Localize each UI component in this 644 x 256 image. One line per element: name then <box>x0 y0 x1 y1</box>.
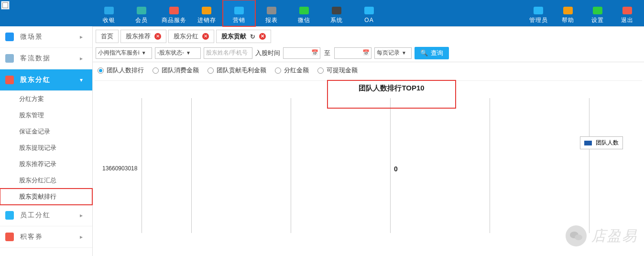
settings-icon <box>591 5 604 16</box>
sidebar-sub-股东推荐记录[interactable]: 股东推荐记录 <box>0 156 92 172</box>
tab-首页[interactable]: 首页 <box>96 30 119 43</box>
radio-可提现金额[interactable]: 可提现金额 <box>317 66 358 75</box>
sidebar-sub-股东管理[interactable]: 股东管理 <box>0 107 92 123</box>
calendar-icon[interactable]: 📅 <box>362 49 370 56</box>
goods-icon <box>168 5 180 16</box>
chevron-right-icon: ▸ <box>80 234 83 240</box>
sidebar-sub-分红方案[interactable]: 分红方案 <box>0 91 92 107</box>
chevron-right-icon: ▸ <box>80 33 83 40</box>
chart-title: 团队人数排行TOP10 <box>327 80 456 109</box>
svg-rect-13 <box>5 33 14 41</box>
status-select-value: -股东状态- <box>157 49 184 57</box>
topnav-admin[interactable]: 管理员 <box>524 0 553 26</box>
admin-icon <box>532 5 545 16</box>
radio-分红金额[interactable]: 分红金额 <box>275 66 309 75</box>
topnav-goods[interactable]: 商品服务 <box>158 0 190 26</box>
topnav-system[interactable]: 系统 <box>320 0 353 26</box>
name-input[interactable]: 股东姓名/手机号 <box>204 47 252 59</box>
radio-团队人数排行[interactable]: 团队人数排行 <box>98 66 144 75</box>
status-select[interactable]: -股东状态-▼ <box>155 47 201 59</box>
topnav-label: OA <box>364 17 373 23</box>
grid-line <box>291 98 291 233</box>
close-icon[interactable]: ✕ <box>154 33 161 40</box>
radio-dot <box>153 67 159 74</box>
radio-团队消费金额[interactable]: 团队消费金额 <box>153 66 199 75</box>
shop-select[interactable]: 小拇指汽车服务i▼ <box>96 47 152 59</box>
sidebar-sub-保证金记录[interactable]: 保证金记录 <box>0 123 92 140</box>
topnav-label: 微信 <box>298 17 310 23</box>
sidebar-cat-label: 员工分红 <box>20 211 51 220</box>
topnav-wechat[interactable]: 微信 <box>288 0 320 26</box>
logo-icon <box>1 1 10 10</box>
topnav-oa[interactable]: OA <box>353 0 385 26</box>
topnav-settings[interactable]: 设置 <box>583 0 612 26</box>
grid-line <box>589 98 589 233</box>
sidebar-sub-股东提现记录[interactable]: 股东提现记录 <box>0 140 92 156</box>
sidebar-cat-微场景[interactable]: 微场景▸ <box>0 26 92 48</box>
svg-rect-1 <box>137 7 146 14</box>
chevron-right-icon: ▸ <box>80 212 83 219</box>
filter-bar: 小拇指汽车服务i▼ -股东状态-▼ 股东姓名/手机号 入股时间 📅 至 📅 每页… <box>93 44 644 62</box>
watermark: 店盈易 <box>566 225 637 246</box>
topnav-inventory[interactable]: 进销存 <box>190 0 223 26</box>
report-icon <box>265 5 278 16</box>
ticket-icon <box>5 232 14 242</box>
bar-value-0: 0 <box>394 165 398 173</box>
sidebar-sub-股东贡献排行[interactable]: 股东贡献排行 <box>0 189 92 205</box>
calendar-icon[interactable]: 📅 <box>311 49 318 56</box>
chevron-right-icon: ▸ <box>80 55 83 62</box>
member-icon <box>135 5 148 16</box>
topnav-label: 商品服务 <box>162 17 186 23</box>
refresh-icon[interactable]: ↻ <box>250 33 255 40</box>
pagesize-select[interactable]: 每页记录▼ <box>374 47 412 59</box>
query-button[interactable]: 🔍 查询 <box>415 47 449 59</box>
radio-label: 团队消费金额 <box>162 66 199 75</box>
svg-rect-6 <box>299 7 309 14</box>
sidebar-cat-员工分红[interactable]: 员工分红▸ <box>0 205 92 226</box>
cashier-icon <box>103 5 115 16</box>
to-label: 至 <box>324 49 330 57</box>
oa-icon <box>363 5 375 16</box>
topnav-cashier[interactable]: 收银 <box>93 0 125 26</box>
tab-label: 股东分红 <box>174 32 198 41</box>
close-icon[interactable]: ✕ <box>259 33 266 40</box>
tab-股东贡献[interactable]: 股东贡献 ↻ ✕ <box>216 30 271 43</box>
wechat-icon <box>298 5 310 16</box>
chevron-down-icon: ▾ <box>80 77 83 83</box>
y-axis <box>142 98 142 233</box>
tab-股东分红[interactable]: 股东分红 ✕ <box>168 30 214 43</box>
topnav-report[interactable]: 报表 <box>255 0 288 26</box>
radio-dot <box>207 67 214 74</box>
pagesize-value: 每页记录 <box>377 49 400 57</box>
topnav-logout[interactable]: 退出 <box>612 0 642 26</box>
topnav-label: 系统 <box>330 17 343 23</box>
svg-rect-17 <box>5 233 14 241</box>
doc-icon <box>5 75 14 85</box>
tab-股东推荐[interactable]: 股东推荐 ✕ <box>120 30 166 43</box>
sidebar-cat-label: 积客券 <box>20 233 43 241</box>
topnav-label: 设置 <box>591 17 604 23</box>
sidebar-cat-股东分红[interactable]: 股东分红▾ <box>0 69 92 91</box>
person-icon <box>5 211 14 220</box>
sidebar-cat-label: 微场景 <box>20 33 43 41</box>
tab-label: 首页 <box>101 32 113 41</box>
svg-rect-16 <box>5 211 14 220</box>
topnav-label: 营销 <box>233 17 245 23</box>
globe-icon <box>5 54 14 63</box>
sidebar-cat-客流数据[interactable]: 客流数据▸ <box>0 48 92 69</box>
svg-rect-14 <box>5 54 14 63</box>
svg-rect-9 <box>534 7 543 14</box>
svg-rect-0 <box>104 7 114 14</box>
sidebar-cat-积客券[interactable]: 积客券▸ <box>0 226 92 248</box>
radio-团队贡献毛利金额[interactable]: 团队贡献毛利金额 <box>207 66 266 75</box>
close-icon[interactable]: ✕ <box>202 33 209 40</box>
sidebar-sub-股东分红汇总[interactable]: 股东分红汇总 <box>0 172 92 189</box>
sidebar: 微场景▸客流数据▸股东分红▾分红方案股东管理保证金记录股东提现记录股东推荐记录股… <box>0 26 93 256</box>
topnav-help[interactable]: 帮助 <box>553 0 583 26</box>
topnav-marketing[interactable]: 营销 <box>223 0 255 26</box>
svg-rect-11 <box>593 7 602 14</box>
sidebar-cat-label: 股东分红 <box>20 76 51 84</box>
legend-swatch <box>584 141 592 145</box>
topnav-label: 报表 <box>265 17 278 23</box>
topnav-member[interactable]: 会员 <box>125 0 158 26</box>
